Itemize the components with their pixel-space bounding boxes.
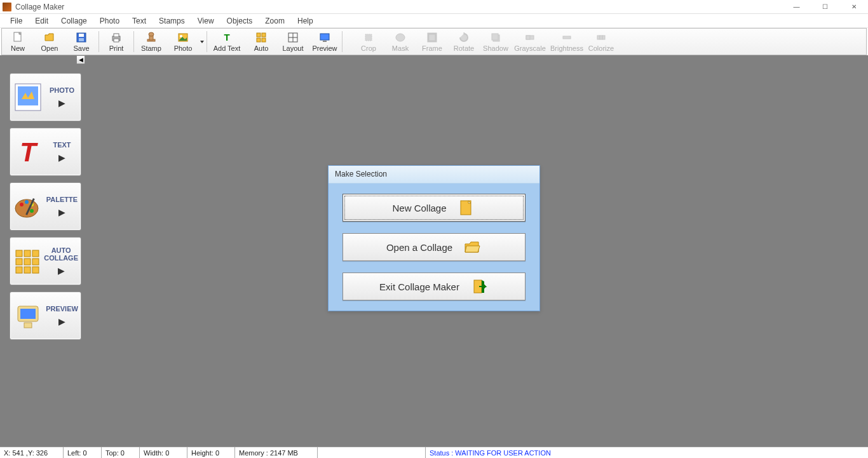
menu-objects[interactable]: Objects: [220, 15, 259, 27]
monitor-icon: [13, 298, 43, 333]
sidecard-palette[interactable]: PALETTE▶: [10, 182, 81, 231]
exit-button[interactable]: Exit Collage Maker: [342, 273, 526, 300]
menu-help[interactable]: Help: [291, 15, 320, 27]
save-disk-icon: [75, 31, 88, 44]
sidecard-photo[interactable]: PHOTO▶: [10, 73, 81, 121]
maximize-button[interactable]: ☐: [811, 0, 839, 14]
mask-icon: [394, 31, 407, 44]
toolbar-brightness: Brightness: [548, 29, 585, 55]
play-icon: ▶: [58, 207, 65, 217]
svg-point-23: [396, 34, 405, 41]
printer-icon: [110, 31, 123, 44]
svg-rect-46: [24, 259, 31, 265]
new-collage-button[interactable]: New Collage: [342, 194, 526, 222]
toolbar-stamp[interactable]: Stamp: [135, 29, 167, 55]
svg-rect-29: [563, 36, 571, 39]
svg-rect-20: [320, 34, 329, 40]
close-button[interactable]: ✕: [839, 0, 868, 14]
toolbar-primary: New Open Save Print Stamp Photo T Add Te…: [2, 29, 341, 55]
toolbar-open[interactable]: Open: [34, 29, 65, 55]
svg-rect-50: [32, 267, 39, 273]
menu-edit[interactable]: Edit: [29, 15, 55, 27]
toolbar-mask: Mask: [384, 29, 416, 55]
dialog-title: Make Selection: [329, 166, 539, 184]
window-title: Collage Maker: [15, 3, 64, 11]
menu-text[interactable]: Text: [126, 15, 153, 27]
preview-monitor-icon: [318, 31, 331, 44]
svg-rect-43: [24, 250, 31, 257]
menu-view[interactable]: View: [191, 15, 220, 27]
svg-point-40: [30, 209, 34, 213]
svg-text:T: T: [20, 137, 38, 167]
palette-icon: [13, 189, 43, 224]
toolbar-add-text[interactable]: T Add Text: [208, 29, 245, 55]
svg-rect-45: [16, 259, 22, 265]
exit-door-icon: [470, 277, 489, 296]
svg-rect-2: [79, 34, 84, 37]
svg-text:T: T: [224, 32, 229, 43]
svg-rect-15: [257, 38, 261, 42]
sidecard-autocollage[interactable]: AUTO COLLAGE▶: [10, 237, 81, 285]
new-document-icon: [457, 198, 476, 217]
toolbar-layout[interactable]: Layout: [277, 29, 309, 55]
open-collage-button[interactable]: Open a Collage: [342, 233, 526, 261]
svg-rect-49: [24, 267, 31, 273]
sidecard-text[interactable]: T TEXT▶: [10, 128, 81, 176]
menubar: File Edit Collage Photo Text Stamps View…: [0, 14, 868, 28]
stamp-icon: [145, 31, 158, 44]
photo-thumb-icon: [13, 79, 43, 115]
add-text-icon: T: [220, 31, 233, 44]
frame-icon: [426, 31, 438, 44]
collapse-handle[interactable]: ◀: [76, 55, 85, 64]
svg-rect-44: [32, 250, 39, 257]
status-memory: Memory : 2147 MB: [235, 447, 318, 458]
toolbar-new[interactable]: New: [2, 29, 34, 55]
toolbar-separator: [207, 31, 207, 52]
menu-collage[interactable]: Collage: [55, 15, 93, 27]
layout-icon: [287, 31, 299, 44]
play-icon: ▶: [58, 152, 65, 163]
svg-rect-22: [365, 34, 372, 41]
status-left: Left: 0: [64, 447, 102, 458]
toolbar-preview[interactable]: Preview: [309, 29, 341, 55]
svg-rect-31: [600, 36, 602, 39]
left-gutter: [0, 55, 6, 447]
toolbar-print[interactable]: Print: [100, 29, 132, 55]
svg-point-38: [25, 200, 29, 204]
side-panel: ◀ PHOTO▶ T TEXT▶ PALETTE▶ AUTO COLLAGE▶: [6, 55, 85, 447]
toolbar-rotate: Rotate: [448, 29, 480, 55]
minimize-button[interactable]: —: [782, 0, 811, 14]
menu-file[interactable]: File: [4, 15, 29, 27]
toolbar-save[interactable]: Save: [65, 29, 97, 55]
svg-rect-21: [323, 41, 327, 42]
app-icon: [3, 3, 11, 11]
sidecard-preview[interactable]: PREVIEW▶: [10, 292, 81, 340]
toolbar-separator: [342, 31, 342, 52]
toolbar-shadow: Shadow: [480, 29, 512, 55]
toolbar-separator: [133, 31, 134, 52]
toolbar-crop: Crop: [353, 29, 384, 55]
status-text: Status : WAITING FOR USER ACTION: [426, 447, 868, 458]
svg-point-37: [20, 203, 24, 206]
titlebar: Collage Maker — ☐ ✕: [0, 0, 868, 14]
toolbar-grayscale: Grayscale: [512, 29, 548, 55]
text-t-icon: T: [13, 134, 43, 170]
svg-rect-48: [16, 267, 22, 273]
play-icon: ▶: [58, 266, 65, 276]
make-selection-dialog: Make Selection New Collage Open a Collag…: [328, 165, 540, 311]
menu-stamps[interactable]: Stamps: [153, 15, 191, 27]
status-coords: X: 541 ,Y: 326: [0, 447, 64, 458]
svg-rect-14: [262, 33, 266, 37]
grid-icon: [13, 243, 41, 279]
svg-rect-52: [20, 309, 36, 319]
svg-rect-34: [18, 86, 38, 105]
toolbar-photo-dropdown[interactable]: [199, 29, 205, 55]
svg-rect-5: [114, 34, 119, 37]
toolbar-auto[interactable]: Auto: [245, 29, 277, 55]
svg-rect-26: [492, 34, 498, 40]
menu-photo[interactable]: Photo: [93, 15, 126, 27]
crop-icon: [362, 31, 375, 44]
toolbar-photo[interactable]: Photo: [167, 29, 199, 55]
svg-rect-6: [114, 39, 119, 42]
menu-zoom[interactable]: Zoom: [259, 15, 291, 27]
